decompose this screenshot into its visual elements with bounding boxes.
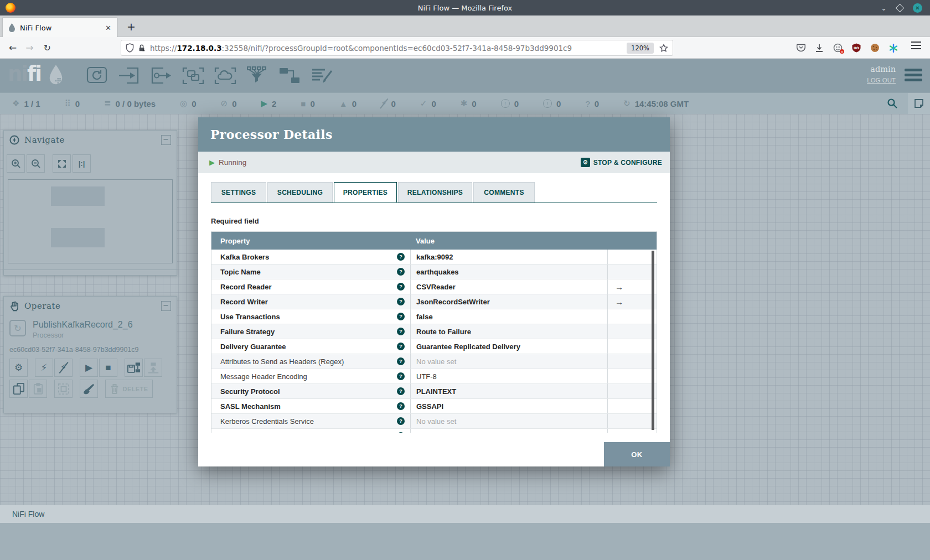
navigate-panel-title: Navigate: [24, 135, 65, 145]
current-user: admin: [867, 65, 896, 74]
go-to-service-icon[interactable]: →: [615, 297, 623, 307]
help-icon[interactable]: ?: [397, 328, 405, 335]
label-icon[interactable]: [306, 62, 338, 90]
configure-button[interactable]: ⚙: [9, 359, 28, 377]
multi-account-containers-icon[interactable]: ✕: [833, 43, 843, 53]
help-icon[interactable]: ?: [397, 402, 405, 410]
copy-button[interactable]: [9, 380, 28, 398]
nifi-header: nifi admin LOG OUT: [0, 59, 930, 93]
queued-status: ≣0 / 0 bytes: [104, 98, 156, 108]
reload-button[interactable]: ↻: [44, 43, 51, 53]
help-icon[interactable]: ?: [397, 298, 405, 305]
browser-tab[interactable]: NiFi Flow ✕: [2, 17, 117, 38]
go-to-service-icon[interactable]: →: [615, 282, 623, 292]
logout-link[interactable]: LOG OUT: [867, 77, 896, 84]
stop-button[interactable]: ■: [99, 359, 117, 377]
pocket-icon[interactable]: [797, 44, 805, 52]
help-icon[interactable]: ?: [397, 372, 405, 380]
paste-button[interactable]: [29, 380, 47, 398]
extension-asterisk-icon[interactable]: [889, 44, 898, 53]
property-name: Record Reader: [220, 283, 271, 291]
selected-component-name: PublishKafkaRecord_2_6: [33, 320, 133, 330]
collapse-navigate-button[interactable]: −: [161, 135, 171, 145]
zoom-in-button[interactable]: [7, 154, 25, 173]
search-icon[interactable]: [887, 98, 898, 109]
property-action-cell: →: [607, 279, 657, 294]
output-port-icon[interactable]: [145, 62, 177, 90]
zoom-level-badge[interactable]: 120%: [627, 43, 654, 54]
lock-icon[interactable]: [138, 44, 146, 52]
refresh-icon[interactable]: ↻: [623, 98, 631, 108]
help-icon[interactable]: ?: [397, 387, 405, 395]
window-close-button[interactable]: ✕: [913, 3, 922, 13]
help-icon[interactable]: ?: [397, 343, 405, 350]
transmitting-status: ◎0: [180, 98, 196, 108]
back-button[interactable]: ←: [9, 42, 17, 53]
remote-process-group-icon[interactable]: [209, 62, 241, 90]
template-icon[interactable]: [273, 62, 306, 90]
tab-strip: NiFi Flow ✕ +: [0, 15, 930, 37]
tracking-shield-icon[interactable]: [126, 43, 134, 53]
property-value: JsonRecordSetWriter: [410, 294, 607, 309]
help-icon[interactable]: ?: [397, 253, 405, 261]
tab-close-icon[interactable]: ✕: [105, 24, 111, 32]
funnel-icon[interactable]: [241, 62, 273, 90]
flow-status-bar: ❖1 / 1 ⠿0 ≣0 / 0 bytes ◎0 ⊘0 ▶2 ■0 ▲0 ⚡0…: [0, 93, 930, 114]
tab-scheduling[interactable]: SCHEDULING: [267, 182, 333, 203]
upload-template-button[interactable]: [144, 359, 162, 377]
zoom-actual-size-button[interactable]: |:|: [73, 154, 91, 173]
ublock-origin-icon[interactable]: UO: [852, 43, 861, 53]
window-title: NiFi Flow — Mozilla Firefox: [0, 4, 930, 12]
color-button[interactable]: [80, 380, 98, 398]
forward-button[interactable]: →: [25, 42, 33, 53]
help-icon[interactable]: ?: [397, 417, 405, 425]
up-to-date-status: ✓0: [420, 98, 436, 108]
selected-component-id[interactable]: ec60cd03-52f7-341a-8458-97b3dd9901c9: [9, 346, 139, 354]
tab-settings[interactable]: SETTINGS: [211, 182, 266, 203]
birdseye-minimap[interactable]: [8, 179, 173, 263]
tab-relationships[interactable]: RELATIONSHIPS: [398, 182, 472, 203]
ok-button[interactable]: OK: [604, 442, 670, 466]
cluster-status: ❖1 / 1: [12, 98, 40, 108]
processor-icon[interactable]: [81, 62, 113, 90]
stop-and-configure-button[interactable]: ⚙ STOP & CONFIGURE: [581, 158, 662, 167]
bookmark-star-icon[interactable]: [659, 44, 668, 53]
collapse-operate-button[interactable]: −: [161, 301, 171, 311]
property-action-cell: [607, 369, 657, 383]
help-icon[interactable]: ?: [397, 357, 405, 365]
url-bar[interactable]: https://172.18.0.3:32558/nifi/?processGr…: [121, 40, 673, 56]
create-template-button[interactable]: [125, 359, 143, 377]
delete-button[interactable]: DELETE: [105, 380, 153, 398]
input-port-icon[interactable]: [113, 62, 145, 90]
downloads-icon[interactable]: [815, 44, 824, 53]
window-minimize-button[interactable]: ⌄: [881, 4, 887, 12]
table-scrollbar[interactable]: [652, 251, 654, 430]
process-group-icon[interactable]: [177, 62, 209, 90]
tab-comments[interactable]: COMMENTS: [473, 182, 535, 203]
table-row: Topic Name? earthquakes: [211, 265, 657, 279]
zoom-fit-button[interactable]: [53, 154, 71, 173]
help-icon[interactable]: ?: [397, 283, 405, 291]
disable-button[interactable]: ⚡: [54, 359, 73, 377]
table-row: Attributes to Send as Headers (Regex)? N…: [211, 354, 657, 369]
help-icon[interactable]: ?: [397, 432, 405, 433]
property-value: GSSAPI: [410, 399, 607, 413]
group-button[interactable]: [54, 380, 73, 398]
status-history-panel-icon[interactable]: [908, 93, 930, 114]
cluster-icon: ❖: [12, 98, 19, 108]
property-action-cell: →: [607, 294, 657, 309]
cookie-icon[interactable]: [870, 43, 880, 53]
browser-menu-icon[interactable]: [911, 42, 921, 49]
zoom-out-button[interactable]: [27, 154, 45, 173]
new-tab-button[interactable]: +: [123, 17, 140, 36]
window-maximize-button[interactable]: [896, 3, 905, 12]
sync-failure-icon: ?: [585, 99, 590, 108]
disabled-icon: ⚡: [381, 98, 387, 108]
start-button[interactable]: ▶: [80, 359, 98, 377]
breadcrumb[interactable]: NiFi Flow: [12, 510, 44, 518]
help-icon[interactable]: ?: [397, 268, 405, 276]
tab-properties[interactable]: PROPERTIES: [334, 182, 397, 203]
enable-button[interactable]: ⚡: [35, 359, 53, 377]
global-menu-icon[interactable]: [905, 69, 922, 81]
help-icon[interactable]: ?: [397, 313, 405, 320]
